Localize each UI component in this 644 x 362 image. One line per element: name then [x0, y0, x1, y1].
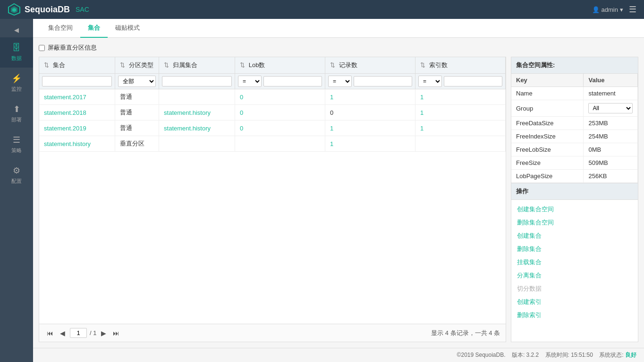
index-count-value[interactable]: 1 [420, 125, 424, 132]
table-wrapper: ⇅ 集合 ⇅ 分区类型 ⇅ 归属集合 [39, 57, 506, 324]
menu-button[interactable]: ☰ [629, 4, 636, 15]
ops-item[interactable]: 挂载集合 [511, 256, 638, 269]
record-count-value[interactable]: 1 [330, 140, 333, 147]
col-header-lob-count[interactable]: ⇅ Lob数 [235, 57, 325, 74]
group-select[interactable]: All [588, 103, 633, 113]
col-header-parent-collection[interactable]: ⇅ 归属集合 [159, 57, 235, 74]
sort-arrows-record: ⇅ [330, 61, 335, 69]
props-row: FreeLobSize0MB [511, 143, 638, 156]
record-count-cell: 1 [325, 121, 415, 136]
sidebar-collapse-button[interactable]: ◀ [0, 23, 33, 37]
sidebar-item-policy-label: 策略 [11, 147, 22, 154]
logo-icon [8, 3, 21, 16]
lob-count-value[interactable]: 0 [240, 94, 243, 101]
lob-count-value[interactable]: 0 [240, 109, 243, 116]
table-row: statement.history垂直分区1 [39, 136, 506, 152]
ops-item: 切分数据 [511, 282, 638, 295]
sort-arrows-lob: ⇅ [240, 61, 245, 69]
table-row: statement.2019普通statement.history011 [39, 121, 506, 136]
index-count-value[interactable]: 1 [420, 94, 424, 101]
filter-parent-input[interactable] [162, 76, 232, 86]
record-count-value[interactable]: 1 [330, 94, 333, 101]
collection-link[interactable]: statement.history [44, 140, 91, 147]
filter-lob-input[interactable] [263, 76, 322, 86]
share-icon: ⬆ [13, 104, 20, 114]
ops-item[interactable]: 创建集合 [511, 229, 638, 242]
properties-table: Key Value NamestatementGroupAllFreeDataS… [511, 74, 638, 183]
collection-link[interactable]: statement.2017 [44, 94, 86, 101]
sidebar-item-data[interactable]: 🗄 数据 [0, 37, 33, 68]
table-panel: ⇅ 集合 ⇅ 分区类型 ⇅ 归属集合 [39, 57, 506, 342]
collection-link[interactable]: statement.2019 [44, 125, 86, 132]
parent-collection-link[interactable]: statement.history [164, 125, 211, 132]
hide-partition-checkbox[interactable] [39, 45, 45, 51]
table-row: statement.2017普通011 [39, 89, 506, 105]
props-value: 256KB [584, 170, 638, 183]
sidebar-item-config[interactable]: ⚙ 配置 [0, 160, 33, 190]
operations-list: 创建集合空间删除集合空间创建集合删除集合挂载集合分离集合切分数据创建索引删除索引 [511, 200, 638, 325]
filter-partition-type-select[interactable]: 全部 普通 垂直分区 水平分区 [118, 76, 156, 87]
next-page-button[interactable]: ▶ [99, 328, 108, 338]
filter-record-eq[interactable]: =!=>< [328, 76, 352, 87]
props-value[interactable]: All [584, 100, 638, 117]
lob-count-cell [235, 136, 325, 152]
hide-partition-label[interactable]: 屏蔽垂直分区信息 [48, 43, 97, 52]
parent-collection-link[interactable]: statement.history [164, 109, 211, 116]
props-row: LobPageSize256KB [511, 170, 638, 183]
collection-link[interactable]: statement.2018 [44, 109, 86, 116]
filter-lob-eq[interactable]: =!=>< [238, 76, 262, 87]
index-count-cell: 1 [415, 105, 506, 121]
filter-collection-input[interactable] [42, 76, 112, 86]
partition-type-cell: 普通 [115, 105, 159, 121]
hide-partition-row: 屏蔽垂直分区信息 [39, 43, 638, 52]
status-value: 良好 [625, 352, 636, 358]
sidebar-item-policy[interactable]: ☰ 策略 [0, 129, 33, 160]
pagination: ⏮ ◀ / 1 ▶ ⏭ 显示 4 条记录，一共 4 条 [39, 324, 506, 342]
lob-count-value[interactable]: 0 [240, 125, 243, 132]
props-key: FreeDataSize [511, 117, 584, 130]
prev-page-button[interactable]: ◀ [58, 328, 67, 338]
ops-item[interactable]: 删除索引 [511, 309, 638, 322]
col-header-partition-type[interactable]: ⇅ 分区类型 [115, 57, 159, 74]
filter-index-input[interactable] [444, 76, 502, 86]
props-row: GroupAll [511, 100, 638, 117]
first-page-button[interactable]: ⏮ [45, 328, 55, 338]
tab-collection[interactable]: 集合 [80, 19, 108, 38]
col-header-collection[interactable]: ⇅ 集合 [39, 57, 115, 74]
admin-button[interactable]: 👤 admin ▾ [592, 6, 623, 13]
admin-label: admin [602, 6, 618, 13]
properties-panel: 集合空间属性: Key Value NamestatementGroupAllF… [511, 57, 638, 342]
header-left: SequoiaDB SAC [8, 3, 89, 16]
ops-item[interactable]: 删除集合空间 [511, 216, 638, 229]
filter-parent-collection [159, 74, 235, 89]
tab-collection-space[interactable]: 集合空间 [41, 19, 80, 38]
ops-item[interactable]: 创建集合空间 [511, 203, 638, 216]
ops-item[interactable]: 创建索引 [511, 295, 638, 309]
index-count-value[interactable]: 1 [420, 109, 424, 116]
props-key: LobPageSize [511, 170, 584, 183]
sidebar-item-monitor[interactable]: ⚡ 监控 [0, 68, 33, 98]
total-pages: / 1 [90, 329, 96, 336]
page-input[interactable] [70, 328, 87, 338]
last-page-button[interactable]: ⏭ [111, 328, 121, 338]
col-header-index-count[interactable]: ⇅ 索引数 [415, 57, 506, 74]
props-value: 253MB [584, 117, 638, 130]
record-count-value[interactable]: 1 [330, 125, 333, 132]
filter-record-input[interactable] [354, 76, 412, 86]
filter-index-eq[interactable]: =!=>< [418, 76, 442, 87]
props-key: Group [511, 100, 584, 117]
props-row: FreeDataSize253MB [511, 117, 638, 130]
sort-arrows-partition-type: ⇅ [120, 61, 125, 69]
props-value: 254MB [584, 130, 638, 143]
props-value: 509MB [584, 156, 638, 170]
table-body: statement.2017普通011statement.2018普通state… [39, 89, 506, 152]
ops-item[interactable]: 删除集合 [511, 242, 638, 256]
props-key: Name [511, 87, 584, 100]
tab-sticky-mode[interactable]: 磁贴模式 [108, 19, 147, 38]
sidebar-item-deploy[interactable]: ⬆ 部署 [0, 98, 33, 129]
ops-item[interactable]: 分离集合 [511, 269, 638, 282]
filter-record: =!=>< [325, 74, 415, 89]
record-count-cell: 0 [325, 105, 415, 121]
col-header-record-count[interactable]: ⇅ 记录数 [325, 57, 415, 74]
table-header-row: ⇅ 集合 ⇅ 分区类型 ⇅ 归属集合 [39, 57, 506, 74]
